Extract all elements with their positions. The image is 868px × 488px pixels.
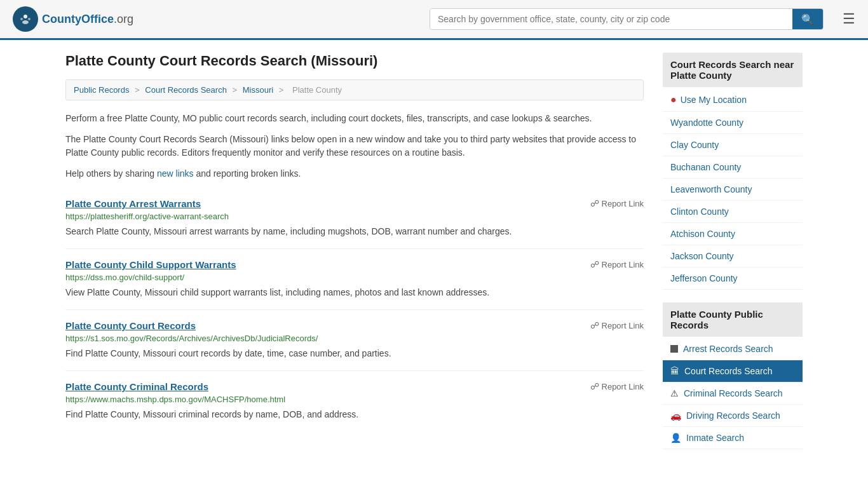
- search-button[interactable]: 🔍: [792, 9, 823, 29]
- nearby-section-title: Court Records Search near Platte County: [663, 53, 803, 87]
- result-item: Platte County Arrest Warrants ☍ Report L…: [65, 188, 644, 249]
- result-item: Platte County Court Records ☍ Report Lin…: [65, 310, 644, 371]
- sidebar-county-clay[interactable]: Clay County: [663, 134, 803, 156]
- criminal-records-link[interactable]: Criminal Records Search: [684, 388, 783, 398]
- description-1: Perform a free Platte County, MO public …: [65, 112, 644, 125]
- content-area: Platte County Court Records Search (Miss…: [65, 53, 644, 462]
- report-link-4[interactable]: ☍ Report Link: [590, 381, 644, 391]
- description-3: Help others by sharing new links and rep…: [65, 167, 644, 180]
- result-url-2[interactable]: https://dss.mo.gov/child-support/: [65, 273, 644, 282]
- breadcrumb: Public Records > Court Records Search > …: [65, 79, 644, 100]
- sidebar-county-atchison[interactable]: Atchison County: [663, 223, 803, 245]
- report-link-2[interactable]: ☍ Report Link: [590, 259, 644, 269]
- logo-text: CountyOffice.org: [42, 13, 133, 26]
- sidebar-county-buchanan[interactable]: Buchanan County: [663, 156, 803, 179]
- svg-point-3: [20, 18, 23, 20]
- criminal-records-icon: ⚠: [670, 388, 679, 398]
- report-link-1[interactable]: ☍ Report Link: [590, 198, 644, 208]
- page-title: Platte County Court Records Search (Miss…: [65, 53, 644, 69]
- pr-driving-records[interactable]: 🚗 Driving Records Search: [663, 405, 803, 427]
- arrest-records-link[interactable]: Arrest Records Search: [683, 344, 773, 354]
- description-2: The Platte County Court Records Search (…: [65, 133, 644, 159]
- svg-point-2: [22, 20, 29, 24]
- new-links-link[interactable]: new links: [157, 168, 194, 179]
- result-desc-1: Search Platte County, Missouri arrest wa…: [65, 225, 644, 238]
- site-header: CountyOffice.org 🔍 ☰: [0, 0, 868, 40]
- sidebar-county-wyandotte[interactable]: Wyandotte County: [663, 112, 803, 134]
- inmate-search-icon: 👤: [670, 433, 681, 443]
- breadcrumb-current: Platte County: [292, 85, 342, 95]
- public-records-section: Platte County Public Records Arrest Reco…: [663, 302, 803, 449]
- pr-inmate-search[interactable]: 👤 Inmate Search: [663, 427, 803, 449]
- report-icon-2: ☍: [590, 259, 599, 269]
- result-url-4[interactable]: https://www.machs.mshp.dps.mo.gov/MACHSF…: [65, 395, 644, 404]
- svg-point-4: [28, 18, 31, 20]
- svg-point-1: [24, 15, 27, 18]
- breadcrumb-court-records[interactable]: Court Records Search: [145, 85, 227, 95]
- public-records-title: Platte County Public Records: [663, 302, 803, 337]
- pr-arrest-records[interactable]: Arrest Records Search: [663, 338, 803, 360]
- arrest-records-icon: [670, 345, 678, 353]
- report-icon-3: ☍: [590, 320, 599, 330]
- result-title-3[interactable]: Platte County Court Records: [65, 320, 196, 331]
- result-item: Platte County Criminal Records ☍ Report …: [65, 371, 644, 431]
- result-url-1[interactable]: https://plattesheriff.org/active-warrant…: [65, 212, 644, 221]
- use-my-location[interactable]: ● Use My Location: [663, 88, 803, 112]
- result-title-4[interactable]: Platte County Criminal Records: [65, 381, 208, 392]
- sidebar-county-jackson[interactable]: Jackson County: [663, 245, 803, 268]
- breadcrumb-missouri[interactable]: Missouri: [243, 85, 273, 95]
- results-list: Platte County Arrest Warrants ☍ Report L…: [65, 188, 644, 431]
- result-url-3[interactable]: https://s1.sos.mo.gov/Records/Archives/A…: [65, 334, 644, 343]
- site-logo[interactable]: CountyOffice.org: [13, 6, 133, 32]
- report-link-3[interactable]: ☍ Report Link: [590, 320, 644, 330]
- result-title-1[interactable]: Platte County Arrest Warrants: [65, 198, 201, 209]
- report-icon-1: ☍: [590, 198, 599, 208]
- driving-records-icon: 🚗: [670, 410, 681, 421]
- pr-court-records[interactable]: 🏛 Court Records Search: [663, 360, 803, 383]
- breadcrumb-public-records[interactable]: Public Records: [74, 85, 129, 95]
- report-icon-4: ☍: [590, 381, 599, 391]
- result-title-2[interactable]: Platte County Child Support Warrants: [65, 259, 236, 270]
- result-desc-4: Find Platte County, Missouri criminal re…: [65, 408, 644, 421]
- main-container: Platte County Court Records Search (Miss…: [53, 40, 815, 475]
- search-bar[interactable]: 🔍: [430, 8, 824, 30]
- sidebar-county-leavenworth[interactable]: Leavenworth County: [663, 179, 803, 201]
- logo-icon: [13, 6, 38, 32]
- sidebar: Court Records Search near Platte County …: [663, 53, 803, 462]
- driving-records-link[interactable]: Driving Records Search: [686, 410, 780, 421]
- result-desc-3: Find Platte County, Missouri court recor…: [65, 347, 644, 360]
- location-pin-icon: ●: [670, 94, 677, 105]
- inmate-search-link[interactable]: Inmate Search: [686, 433, 744, 443]
- result-desc-2: View Platte County, Missouri child suppo…: [65, 286, 644, 299]
- nearby-section: Court Records Search near Platte County …: [663, 53, 803, 290]
- menu-icon[interactable]: ☰: [843, 11, 855, 27]
- result-item: Platte County Child Support Warrants ☍ R…: [65, 249, 644, 310]
- sidebar-county-clinton[interactable]: Clinton County: [663, 201, 803, 223]
- search-input[interactable]: [430, 9, 792, 29]
- court-records-icon: 🏛: [670, 366, 679, 376]
- sidebar-county-jefferson[interactable]: Jefferson County: [663, 268, 803, 290]
- pr-criminal-records[interactable]: ⚠ Criminal Records Search: [663, 383, 803, 405]
